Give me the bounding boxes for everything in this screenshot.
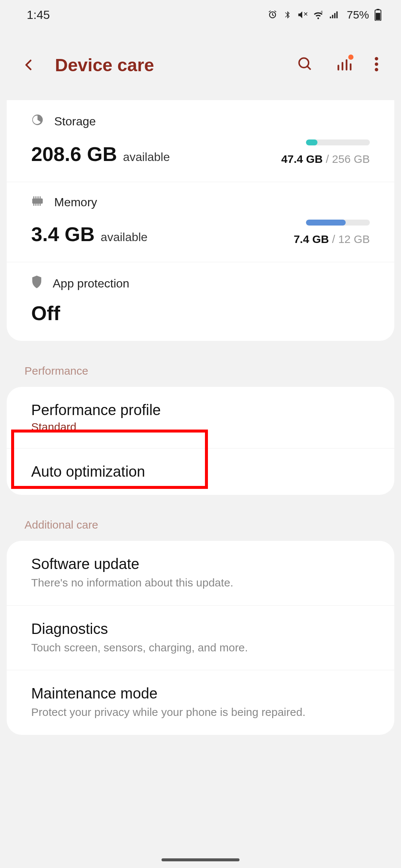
- storage-bar: [306, 139, 370, 145]
- maintenance-mode-desc: Protect your privacy while your phone is…: [31, 705, 370, 720]
- memory-row[interactable]: Memory 3.4 GB available 7.4 GB / 12 GB: [7, 182, 394, 262]
- svg-rect-14: [33, 196, 35, 198]
- app-protection-row[interactable]: App protection Off: [7, 262, 394, 341]
- battery-icon: [374, 9, 382, 21]
- section-header-performance: Performance: [0, 352, 401, 387]
- software-update-desc: There's no information about this update…: [31, 575, 370, 591]
- memory-unit: available: [101, 230, 147, 244]
- performance-profile-item[interactable]: Performance profile Standard: [7, 387, 394, 448]
- memory-value: 3.4 GB: [31, 223, 95, 246]
- svg-point-4: [299, 58, 309, 68]
- performance-profile-title: Performance profile: [31, 402, 370, 418]
- diagnostics-desc: Touch screen, sensors, charging, and mor…: [31, 640, 370, 655]
- app-protection-value: Off: [31, 302, 60, 325]
- storage-unit: available: [123, 150, 170, 164]
- storage-row[interactable]: Storage 208.6 GB available 47.4 GB / 256…: [7, 100, 394, 182]
- svg-rect-13: [32, 198, 43, 204]
- back-button[interactable]: [22, 56, 45, 74]
- svg-point-12: [375, 68, 378, 71]
- software-update-item[interactable]: Software update There's no information a…: [7, 541, 394, 606]
- svg-line-5: [307, 66, 311, 70]
- shield-icon: [31, 276, 42, 291]
- section-header-additional: Additional care: [0, 506, 401, 541]
- maintenance-mode-title: Maintenance mode: [31, 685, 370, 702]
- device-status-card: Storage 208.6 GB available 47.4 GB / 256…: [7, 100, 394, 341]
- svg-rect-17: [40, 196, 41, 198]
- memory-label: Memory: [54, 195, 97, 209]
- status-icons: 6 75%: [267, 9, 382, 21]
- alarm-icon: [267, 10, 278, 20]
- additional-care-card: Software update There's no information a…: [7, 541, 394, 735]
- app-protection-label: App protection: [53, 277, 129, 290]
- auto-optimization-title: Auto optimization: [31, 463, 370, 480]
- storage-icon: [31, 114, 44, 129]
- more-button[interactable]: [374, 56, 379, 74]
- memory-usage: 7.4 GB / 12 GB: [294, 233, 370, 246]
- svg-text:6: 6: [321, 10, 323, 14]
- bluetooth-icon: [283, 10, 292, 20]
- storage-label: Storage: [54, 115, 96, 128]
- memory-icon: [31, 195, 44, 209]
- software-update-title: Software update: [31, 556, 370, 572]
- svg-rect-16: [38, 196, 39, 198]
- svg-rect-21: [40, 204, 41, 206]
- status-time: 1:45: [27, 8, 50, 22]
- memory-bar: [306, 220, 370, 226]
- svg-rect-3: [376, 13, 380, 20]
- status-bar: 1:45 6 75%: [0, 0, 401, 30]
- page-title: Device care: [45, 55, 297, 75]
- battery-percent: 75%: [347, 9, 369, 21]
- diagnostics-item[interactable]: Diagnostics Touch screen, sensors, charg…: [7, 606, 394, 671]
- svg-rect-15: [35, 196, 36, 198]
- svg-rect-20: [38, 204, 39, 206]
- storage-value: 208.6 GB: [31, 142, 117, 165]
- search-button[interactable]: [297, 56, 313, 74]
- mute-icon: [297, 10, 307, 20]
- svg-rect-19: [35, 204, 36, 206]
- svg-point-11: [375, 62, 378, 66]
- performance-profile-sub: Standard: [31, 421, 370, 433]
- diagnostics-title: Diagnostics: [31, 621, 370, 637]
- notification-dot-icon: [348, 55, 353, 60]
- performance-card: Performance profile Standard Auto optimi…: [7, 387, 394, 495]
- auto-optimization-item[interactable]: Auto optimization: [7, 448, 394, 495]
- svg-point-10: [375, 57, 378, 60]
- storage-usage: 47.4 GB / 256 GB: [281, 153, 370, 165]
- chart-button[interactable]: [336, 56, 352, 74]
- app-bar: Device care: [0, 30, 401, 100]
- svg-rect-18: [33, 204, 35, 206]
- maintenance-mode-item[interactable]: Maintenance mode Protect your privacy wh…: [7, 670, 394, 735]
- wifi-icon: 6: [313, 10, 324, 20]
- home-indicator[interactable]: [162, 858, 239, 861]
- signal-icon: [329, 10, 339, 20]
